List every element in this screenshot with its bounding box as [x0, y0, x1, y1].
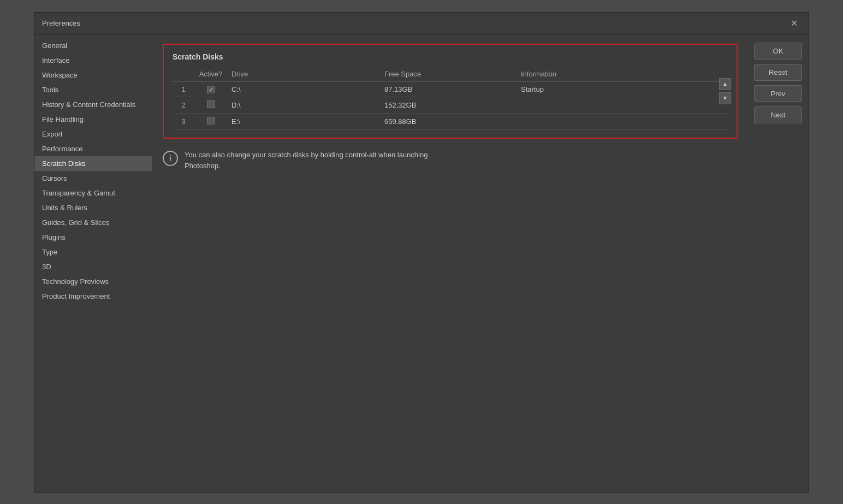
scratch-disks-panel: Scratch Disks Active? Drive Free Space I… [163, 44, 738, 139]
table-row: 1C:\87.13GBStartup [173, 81, 728, 97]
row-active-checkbox[interactable] [194, 97, 227, 114]
dialog-title: Preferences [42, 19, 80, 27]
col-number [173, 68, 194, 82]
sidebar-item-3d[interactable]: 3D [34, 259, 152, 274]
reset-button[interactable]: Reset [754, 64, 802, 81]
info-icon: i [163, 151, 178, 166]
sidebar-item-file-handling[interactable]: File Handling [34, 112, 152, 127]
row-drive: C:\ [227, 81, 380, 97]
row-number: 1 [173, 81, 194, 97]
right-buttons-panel: OK Reset Prev Next [749, 35, 809, 492]
row-drive: E:\ [227, 114, 380, 130]
dialog-body: GeneralInterfaceWorkspaceToolsHistory & … [34, 35, 809, 492]
sidebar-item-product-improvement[interactable]: Product Improvement [34, 289, 152, 304]
checkbox-unchecked[interactable] [207, 117, 215, 124]
preferences-dialog: Preferences ✕ GeneralInterfaceWorkspaceT… [34, 12, 809, 493]
sidebar-item-history[interactable]: History & Content Credentials [34, 97, 152, 112]
row-free-space: 87.13GB [380, 81, 517, 97]
next-button[interactable]: Next [754, 106, 802, 123]
scratch-disks-title: Scratch Disks [173, 52, 728, 61]
row-active-checkbox[interactable] [194, 114, 227, 130]
sidebar-item-guides[interactable]: Guides, Grid & Slices [34, 215, 152, 230]
sidebar-item-workspace[interactable]: Workspace [34, 68, 152, 82]
disk-table: Active? Drive Free Space Information 1C:… [173, 68, 728, 131]
checkbox-unchecked[interactable] [207, 100, 215, 108]
sidebar-item-plugins[interactable]: Plugins [34, 230, 152, 245]
row-active-checkbox[interactable] [194, 81, 227, 97]
arrow-controls: ▲ ▼ [719, 78, 731, 104]
close-button[interactable]: ✕ [787, 18, 801, 29]
sidebar-item-transparency[interactable]: Transparency & Gamut [34, 186, 152, 200]
sidebar-item-type[interactable]: Type [34, 245, 152, 259]
row-information: Startup [517, 81, 728, 97]
sidebar-item-scratch-disks[interactable]: Scratch Disks [34, 156, 152, 171]
sidebar-item-export[interactable]: Export [34, 127, 152, 141]
row-drive: D:\ [227, 97, 380, 114]
sidebar-item-general[interactable]: General [34, 38, 152, 53]
row-free-space: 659.88GB [380, 114, 517, 130]
main-content: Scratch Disks Active? Drive Free Space I… [152, 35, 749, 492]
sidebar-item-tech-previews[interactable]: Technology Previews [34, 274, 152, 289]
checkbox-checked[interactable] [207, 86, 215, 93]
prev-button[interactable]: Prev [754, 85, 802, 102]
row-number: 2 [173, 97, 194, 114]
move-up-button[interactable]: ▲ [719, 78, 731, 90]
row-number: 3 [173, 114, 194, 130]
info-text: You can also change your scratch disks b… [185, 150, 428, 171]
move-down-button[interactable]: ▼ [719, 92, 731, 104]
row-free-space: 152.32GB [380, 97, 517, 114]
sidebar-item-cursors[interactable]: Cursors [34, 171, 152, 186]
sidebar-item-interface[interactable]: Interface [34, 53, 152, 68]
sidebar-item-performance[interactable]: Performance [34, 141, 152, 156]
col-active: Active? [194, 68, 227, 82]
title-bar: Preferences ✕ [34, 13, 809, 35]
table-row: 2D:\152.32GB [173, 97, 728, 114]
table-row: 3E:\659.88GB [173, 114, 728, 130]
row-information [517, 114, 728, 130]
ok-button[interactable]: OK [754, 43, 802, 60]
row-information [517, 97, 728, 114]
col-drive: Drive [227, 68, 380, 82]
info-note: i You can also change your scratch disks… [163, 146, 738, 174]
sidebar-item-tools[interactable]: Tools [34, 82, 152, 97]
sidebar: GeneralInterfaceWorkspaceToolsHistory & … [34, 35, 152, 492]
col-information: Information [517, 68, 728, 82]
col-free-space: Free Space [380, 68, 517, 82]
sidebar-item-units[interactable]: Units & Rulers [34, 200, 152, 215]
